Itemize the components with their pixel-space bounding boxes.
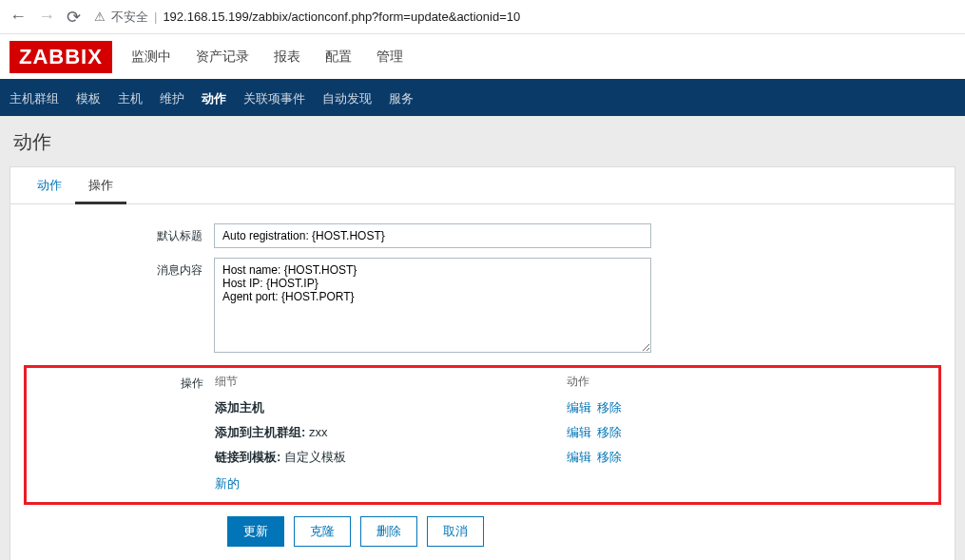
tab-item[interactable]: 操作 <box>75 167 126 204</box>
update-button[interactable]: 更新 <box>227 516 284 547</box>
clone-button[interactable]: 克隆 <box>294 516 351 547</box>
page-content: 动作 动作操作 默认标题 消息内容 操作 细节 动作 添加主机编辑移除添加到主机… <box>0 116 965 560</box>
submenu-item[interactable]: 主机群组 <box>10 90 59 107</box>
address-bar[interactable]: ⚠ 不安全 | 192.168.15.199/zabbix/actionconf… <box>94 9 955 26</box>
operation-actions: 编辑移除 <box>567 399 627 416</box>
tab-item[interactable]: 动作 <box>24 167 75 203</box>
logo[interactable]: ZABBIX <box>10 41 112 73</box>
sub-menu: 主机群组模板主机维护动作关联项事件自动发现服务 <box>0 82 965 116</box>
label-default-message: 消息内容 <box>24 258 214 356</box>
reload-icon[interactable]: ⟳ <box>67 7 81 28</box>
col-detail: 细节 <box>215 374 567 390</box>
operation-row: 添加主机编辑移除 <box>215 396 931 420</box>
link-new-operation[interactable]: 新的 <box>215 476 240 491</box>
operation-row: 链接到模板: 自定义模板编辑移除 <box>215 445 931 470</box>
col-action: 动作 <box>567 374 589 390</box>
label-default-subject: 默认标题 <box>24 223 214 248</box>
operation-actions: 编辑移除 <box>567 449 627 466</box>
input-default-subject[interactable] <box>214 223 651 248</box>
submenu-item[interactable]: 服务 <box>389 90 414 107</box>
submenu-item[interactable]: 动作 <box>202 90 226 107</box>
link-remove[interactable]: 移除 <box>597 400 622 415</box>
form-tabs: 动作操作 <box>10 167 955 204</box>
submenu-item[interactable]: 自动发现 <box>322 90 372 107</box>
textarea-default-message[interactable] <box>214 258 651 353</box>
operations-box: 操作 细节 动作 添加主机编辑移除添加到主机群组: zxx编辑移除链接到模板: … <box>24 365 941 505</box>
separator: | <box>154 10 157 24</box>
form-panel: 动作操作 默认标题 消息内容 操作 细节 动作 添加主机编辑移除添加到主机群组:… <box>10 166 955 560</box>
topbar: ZABBIX 监测中资产记录报表配置管理 <box>0 34 965 82</box>
topmenu-item[interactable]: 资产记录 <box>194 35 251 79</box>
operation-detail: 添加到主机群组: zxx <box>215 424 567 441</box>
submenu-item[interactable]: 关联项事件 <box>243 90 305 107</box>
topmenu-item[interactable]: 报表 <box>272 35 302 79</box>
submenu-item[interactable]: 主机 <box>118 90 143 107</box>
topmenu-item[interactable]: 管理 <box>375 35 405 79</box>
form-body: 默认标题 消息内容 操作 细节 动作 添加主机编辑移除添加到主机群组: zxx编… <box>10 204 955 560</box>
cancel-button[interactable]: 取消 <box>427 516 484 547</box>
operations-header: 细节 动作 <box>215 374 931 396</box>
top-menu: 监测中资产记录报表配置管理 <box>129 35 405 79</box>
nav-controls: ← → ⟳ <box>10 7 81 28</box>
delete-button[interactable]: 删除 <box>360 516 417 547</box>
submenu-item[interactable]: 维护 <box>160 90 184 107</box>
link-edit[interactable]: 编辑 <box>567 425 591 439</box>
link-edit[interactable]: 编辑 <box>567 400 591 415</box>
operations-table: 细节 动作 添加主机编辑移除添加到主机群组: zxx编辑移除链接到模板: 自定义… <box>215 374 931 492</box>
submenu-item[interactable]: 模板 <box>76 90 101 107</box>
back-icon[interactable]: ← <box>10 7 27 28</box>
operations-label: 操作 <box>34 374 215 492</box>
operation-detail: 链接到模板: 自定义模板 <box>215 449 567 466</box>
row-default-message: 消息内容 <box>24 258 941 356</box>
link-remove[interactable]: 移除 <box>597 450 622 464</box>
operation-row: 添加到主机群组: zxx编辑移除 <box>215 420 931 445</box>
page-title: 动作 <box>0 116 965 166</box>
link-remove[interactable]: 移除 <box>597 425 622 439</box>
row-default-subject: 默认标题 <box>24 223 941 248</box>
ops-new: 新的 <box>215 470 931 492</box>
insecure-label: 不安全 <box>111 9 148 26</box>
browser-bar: ← → ⟳ ⚠ 不安全 | 192.168.15.199/zabbix/acti… <box>0 0 965 34</box>
topmenu-item[interactable]: 配置 <box>323 35 354 82</box>
url-text: 192.168.15.199/zabbix/actionconf.php?for… <box>163 10 520 24</box>
operation-actions: 编辑移除 <box>567 424 627 441</box>
warning-icon: ⚠ <box>94 10 106 24</box>
operation-detail: 添加主机 <box>215 399 567 416</box>
topmenu-item[interactable]: 监测中 <box>129 35 173 79</box>
form-buttons: 更新 克隆 删除 取消 <box>227 516 941 547</box>
forward-icon[interactable]: → <box>38 7 55 28</box>
link-edit[interactable]: 编辑 <box>567 450 591 464</box>
